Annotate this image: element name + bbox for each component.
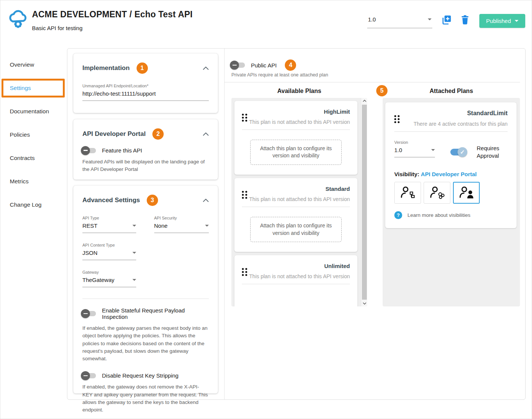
plan-status: This plan is not attached to this API ve… bbox=[249, 119, 350, 126]
select-value: REST bbox=[82, 222, 97, 229]
public-api-toggle-label: Public API bbox=[251, 62, 277, 69]
key-stripping-label: Disable Request Key Stripping bbox=[102, 372, 178, 379]
collapse-chevron-up-icon[interactable] bbox=[203, 131, 209, 137]
payload-inspection-description: If enabled, the gateway parses the reque… bbox=[82, 325, 209, 363]
sidebar-item-label: Policies bbox=[10, 131, 30, 138]
visibility-org-button[interactable] bbox=[394, 182, 421, 204]
plan-divider bbox=[242, 207, 350, 207]
published-status-label: Published bbox=[486, 18, 511, 24]
plan-name: StandardLimit bbox=[401, 110, 508, 117]
sidebar-item-policies[interactable]: Policies bbox=[0, 123, 67, 146]
plan-divider bbox=[242, 284, 350, 284]
sidebar: Overview Settings Documentation Policies… bbox=[0, 53, 67, 216]
scrollbar-thumb[interactable] bbox=[362, 105, 367, 300]
learn-more-link[interactable]: Learn more about visibilities bbox=[407, 212, 470, 218]
chevron-down-icon bbox=[205, 225, 209, 227]
public-api-toggle[interactable] bbox=[231, 62, 245, 68]
key-stripping-toggle[interactable] bbox=[82, 373, 96, 378]
plan-name: Standard bbox=[249, 186, 350, 192]
feature-api-description: Featured APIs will be displayed on the l… bbox=[82, 158, 209, 174]
plan-divider bbox=[242, 130, 350, 130]
sidebar-item-label: Documentation bbox=[10, 108, 49, 115]
sidebar-item-documentation[interactable]: Documentation bbox=[0, 100, 67, 123]
sidebar-item-metrics[interactable]: Metrics bbox=[0, 170, 67, 193]
api-security-select[interactable]: API Security None bbox=[154, 216, 209, 233]
sidebar-item-contracts[interactable]: Contracts bbox=[0, 146, 67, 170]
api-type-select[interactable]: API Type REST bbox=[82, 216, 136, 233]
version-select-value: 1.0 bbox=[368, 16, 376, 23]
endpoint-field-value: http://echo-test:11111/support bbox=[82, 90, 209, 97]
annotation-badge-1: 1 bbox=[137, 62, 148, 74]
visibility-groups-button[interactable] bbox=[424, 182, 450, 204]
implementation-card: Implementation 1 Unmanaged API Endpoint/… bbox=[73, 53, 218, 113]
feature-api-toggle-label: Feature this API bbox=[102, 147, 142, 154]
app-window: ACME DEVELOPMENT / Echo Test API Basic A… bbox=[0, 0, 532, 419]
version-select[interactable]: 1.0 bbox=[367, 14, 432, 28]
attached-plans-panel: StandardLimit There are 4 active contrac… bbox=[383, 98, 520, 306]
duplicate-version-icon[interactable] bbox=[441, 15, 451, 26]
sidebar-item-overview[interactable]: Overview bbox=[0, 53, 67, 76]
api-content-type-select[interactable]: API Content Type JSON bbox=[82, 243, 136, 260]
plan-version-select[interactable]: Version 1.0 bbox=[394, 140, 435, 157]
payload-inspection-toggle[interactable] bbox=[82, 311, 96, 316]
card-title: Advanced Settings bbox=[82, 197, 140, 204]
published-status-button[interactable]: Published bbox=[479, 14, 525, 28]
select-label: Version bbox=[394, 140, 435, 145]
key-stripping-description: If enabled, the gateway does not remove … bbox=[82, 383, 209, 414]
plan-card-highlimit[interactable]: HighLimit This plan is not attached to t… bbox=[234, 101, 357, 175]
page-subtitle: Basic API for testing bbox=[32, 25, 193, 31]
endpoint-field[interactable]: Unmanaged API Endpoint/Location* http://… bbox=[82, 84, 209, 101]
collapse-chevron-up-icon[interactable] bbox=[203, 65, 209, 72]
select-value: 1.0 bbox=[394, 147, 402, 153]
card-title: Implementation bbox=[82, 64, 130, 72]
annotation-badge-3: 3 bbox=[147, 195, 158, 206]
collapse-chevron-up-icon[interactable] bbox=[203, 197, 209, 204]
attached-plans-header: Attached Plans bbox=[383, 88, 520, 94]
select-value: JSON bbox=[82, 250, 97, 256]
plan-name: HighLimit bbox=[249, 108, 350, 115]
chevron-down-icon bbox=[132, 252, 136, 254]
available-plans-header: Available Plans bbox=[231, 88, 367, 94]
settings-content-panel: Implementation 1 Unmanaged API Endpoint/… bbox=[67, 48, 526, 400]
chevron-down-icon bbox=[132, 279, 136, 281]
drag-handle-icon[interactable] bbox=[242, 191, 249, 203]
plans-divider bbox=[224, 82, 520, 82]
scroll-up-icon[interactable] bbox=[361, 98, 367, 104]
help-icon[interactable]: ? bbox=[394, 211, 402, 219]
drag-handle-icon[interactable] bbox=[242, 114, 249, 126]
drag-handle-icon[interactable] bbox=[394, 115, 401, 128]
feature-api-toggle[interactable] bbox=[82, 148, 96, 153]
plan-card-unlimited[interactable]: Unlimited This plan is not attached to t… bbox=[234, 255, 357, 306]
requires-approval-toggle[interactable]: ✓ bbox=[450, 149, 465, 155]
plan-card-standardlimit[interactable]: StandardLimit There are 4 active contrac… bbox=[385, 102, 517, 228]
payload-inspection-label: Enable Stateful Request Payload Inspecti… bbox=[102, 307, 209, 320]
sidebar-item-label: Metrics bbox=[10, 178, 29, 185]
attach-plan-dropzone[interactable]: Attach this plan to configure its versio… bbox=[250, 140, 342, 165]
visibility-value-link[interactable]: API Developer Portal bbox=[421, 171, 477, 177]
visibility-portal-button[interactable] bbox=[453, 182, 480, 204]
sidebar-item-changelog[interactable]: Change Log bbox=[0, 193, 67, 216]
column-divider bbox=[224, 49, 225, 399]
sidebar-item-label: Contracts bbox=[10, 155, 35, 162]
select-value: TheGateway bbox=[82, 277, 114, 283]
annotation-badge-2: 2 bbox=[152, 128, 164, 140]
section-divider bbox=[82, 299, 209, 299]
plan-divider bbox=[394, 131, 508, 132]
drag-handle-icon[interactable] bbox=[242, 268, 249, 280]
card-title: API Developer Portal bbox=[82, 130, 146, 138]
sidebar-item-label: Settings bbox=[10, 85, 31, 91]
sidebar-item-settings[interactable]: Settings bbox=[0, 76, 67, 100]
requires-approval-label: Requires Approval bbox=[477, 145, 508, 160]
delete-api-icon[interactable] bbox=[461, 15, 470, 26]
visibility-portal-icon bbox=[459, 186, 474, 200]
chevron-down-icon bbox=[515, 20, 518, 22]
gateway-select[interactable]: Gateway TheGateway bbox=[82, 270, 136, 287]
attach-plan-dropzone[interactable]: Attach this plan to configure its versio… bbox=[250, 217, 342, 242]
scroll-down-icon[interactable] bbox=[361, 300, 367, 306]
plan-card-standard[interactable]: Standard This plan is not attached to th… bbox=[234, 178, 357, 252]
scrollbar[interactable] bbox=[361, 98, 367, 306]
plan-status: There are 4 active contracts for this pl… bbox=[401, 120, 508, 128]
advanced-settings-card: Advanced Settings 3 API Type REST API Se… bbox=[73, 186, 218, 393]
chevron-down-icon bbox=[428, 18, 432, 20]
app-logo-icon bbox=[7, 9, 29, 32]
